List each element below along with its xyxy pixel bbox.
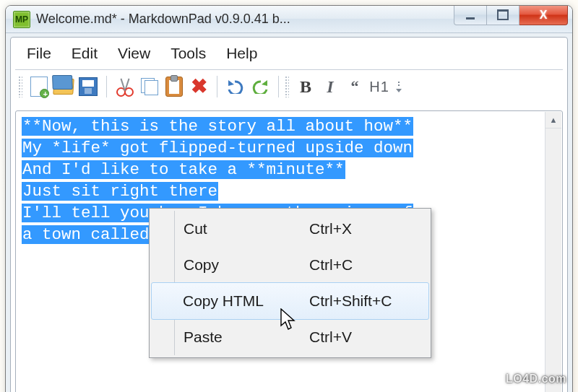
menu-edit[interactable]: Edit: [64, 43, 111, 64]
app-icon: MP: [13, 11, 30, 28]
delete-button[interactable]: ✖: [186, 74, 211, 99]
selected-text: And I'd like to take a **minute**: [22, 160, 345, 179]
context-item-label: Cut: [184, 220, 309, 238]
new-document-icon: [30, 77, 48, 97]
save-icon: [79, 77, 98, 96]
heading1-button[interactable]: H1: [367, 74, 392, 99]
scroll-up-icon[interactable]: ▲: [545, 112, 561, 129]
minimize-button[interactable]: [454, 5, 487, 25]
maximize-icon: [497, 9, 509, 20]
minimize-icon: [466, 17, 475, 19]
context-paste[interactable]: Paste Ctrl+V: [152, 319, 428, 355]
italic-icon: I: [327, 78, 333, 95]
undo-button[interactable]: [223, 74, 248, 99]
clipboard-icon: [165, 77, 183, 97]
selected-text: **Now, this is the story all about how**: [22, 117, 413, 136]
menu-tools[interactable]: Tools: [163, 43, 219, 64]
selected-text: My *life* got flipped-turned upside down: [22, 139, 413, 157]
copy-button[interactable]: [137, 74, 162, 99]
paste-button[interactable]: [162, 74, 186, 99]
toolbar-overflow[interactable]: [394, 76, 403, 97]
menu-help[interactable]: Help: [219, 43, 270, 64]
toolbar-grip[interactable]: [18, 76, 22, 97]
folder-open-icon: [53, 79, 74, 95]
context-item-shortcut: Ctrl+V: [309, 328, 428, 346]
bold-icon: B: [300, 78, 311, 95]
redo-button[interactable]: [248, 74, 272, 99]
copy-icon: [141, 78, 158, 95]
watermark: LO4D.com: [506, 373, 566, 385]
scissors-icon: [116, 78, 134, 95]
delete-icon: ✖: [191, 77, 207, 97]
vertical-scrollbar[interactable]: ▲: [545, 112, 561, 392]
toolbar: ✖ B I “ H1: [11, 70, 567, 105]
context-copy-html[interactable]: Copy HTML Ctrl+Shift+C: [151, 282, 429, 320]
titlebar[interactable]: MP Welcome.md* - MarkdownPad v0.9.0.41 b…: [6, 6, 572, 33]
selected-text: Just sit right there: [22, 182, 218, 201]
menu-file[interactable]: File: [20, 43, 64, 64]
new-document-button[interactable]: [27, 74, 51, 99]
cut-button[interactable]: [113, 74, 137, 99]
open-button[interactable]: [51, 74, 76, 99]
context-copy[interactable]: Copy Ctrl+C: [152, 247, 428, 283]
h1-icon: H1: [369, 79, 389, 94]
context-item-label: Paste: [184, 328, 309, 346]
italic-button[interactable]: I: [318, 74, 342, 99]
context-item-shortcut: Ctrl+C: [309, 256, 428, 274]
undo-icon: [226, 79, 245, 94]
menubar: File Edit View Tools Help: [11, 38, 567, 69]
quote-icon: “: [351, 79, 359, 95]
context-item-shortcut: Ctrl+X: [309, 220, 428, 238]
context-cut[interactable]: Cut Ctrl+X: [152, 211, 428, 247]
menu-view[interactable]: View: [111, 43, 163, 64]
context-menu: Cut Ctrl+X Copy Ctrl+C Copy HTML Ctrl+Sh…: [149, 208, 431, 358]
context-item-label: Copy HTML: [183, 292, 309, 310]
bold-button[interactable]: B: [293, 74, 318, 99]
toolbar-grip-2[interactable]: [285, 76, 289, 97]
context-item-shortcut: Ctrl+Shift+C: [309, 292, 428, 310]
quote-button[interactable]: “: [342, 74, 367, 99]
redo-icon: [251, 79, 269, 94]
close-icon: X: [540, 9, 548, 22]
close-button[interactable]: X: [519, 5, 568, 25]
save-button[interactable]: [76, 74, 100, 99]
context-item-label: Copy: [184, 256, 309, 274]
maximize-button[interactable]: [487, 5, 519, 25]
